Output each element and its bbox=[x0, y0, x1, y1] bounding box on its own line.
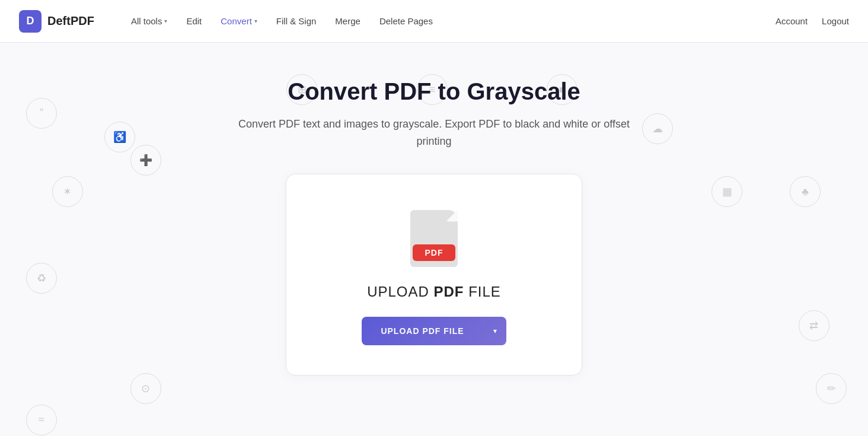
main-content: ” ♿ ⊞ ≡ ■ ☁ ✶ ➕ ▦ ♣ ♻ ⊙ ≈ ⇄ ✏ Convert PD… bbox=[0, 43, 868, 436]
bg-icon-puzzle: ✶ bbox=[52, 176, 83, 207]
upload-btn-main[interactable]: UPLOAD PDF FILE bbox=[362, 317, 483, 345]
bg-icon-person2: ▦ bbox=[711, 176, 742, 207]
page-description: Convert PDF text and images to grayscale… bbox=[232, 116, 636, 150]
hero-section: Convert PDF to Grayscale Convert PDF tex… bbox=[232, 78, 636, 174]
upload-button[interactable]: UPLOAD PDF FILE ▾ bbox=[362, 317, 506, 345]
logo-letter: D bbox=[27, 15, 34, 27]
logo-wrap[interactable]: D DeftPDF bbox=[19, 10, 94, 33]
upload-btn-dropdown[interactable]: ▾ bbox=[484, 317, 506, 345]
nav-links: All tools ▾ Edit Convert ▾ Fill & Sign M… bbox=[123, 11, 776, 31]
logout-link[interactable]: Logout bbox=[822, 16, 849, 26]
bg-icon-quote: ” bbox=[26, 98, 57, 129]
nav-all-tools[interactable]: All tools ▾ bbox=[123, 11, 176, 31]
bg-icon-transfer: ⇄ bbox=[799, 310, 829, 341]
navbar: D DeftPDF All tools ▾ Edit Convert ▾ Fil… bbox=[0, 0, 868, 43]
bg-icon-cloud: ☁ bbox=[642, 113, 673, 144]
bg-icon-add2: ⊙ bbox=[130, 373, 161, 404]
bg-icon-wave: ≈ bbox=[26, 405, 57, 435]
upload-card: PDF UPLOAD PDF FILE UPLOAD PDF FILE ▾ bbox=[286, 174, 582, 375]
logo-text: DeftPDF bbox=[47, 14, 94, 28]
pdf-icon-wrap: PDF bbox=[410, 210, 458, 267]
bg-icon-person: ♿ bbox=[104, 122, 135, 152]
upload-label: UPLOAD PDF FILE bbox=[367, 284, 501, 300]
bg-icon-pen: ✏ bbox=[816, 373, 847, 404]
nav-edit[interactable]: Edit bbox=[178, 11, 210, 31]
nav-delete-pages[interactable]: Delete Pages bbox=[371, 11, 441, 31]
chevron-down-icon-convert: ▾ bbox=[254, 18, 257, 24]
bg-icon-run: ♻ bbox=[26, 263, 57, 294]
nav-right: Account Logout bbox=[776, 16, 849, 26]
nav-fill-sign[interactable]: Fill & Sign bbox=[268, 11, 325, 31]
chevron-down-icon-upload: ▾ bbox=[493, 327, 497, 335]
account-link[interactable]: Account bbox=[776, 16, 808, 26]
bg-icon-add: ➕ bbox=[130, 145, 161, 176]
chevron-down-icon: ▾ bbox=[164, 18, 167, 24]
page-title: Convert PDF to Grayscale bbox=[232, 78, 636, 105]
nav-convert[interactable]: Convert ▾ bbox=[212, 11, 266, 31]
nav-merge[interactable]: Merge bbox=[327, 11, 369, 31]
pdf-file-shape: PDF bbox=[410, 210, 458, 267]
pdf-badge: PDF bbox=[413, 244, 455, 261]
logo-box: D bbox=[19, 10, 42, 33]
bg-icon-leaf: ♣ bbox=[790, 176, 821, 207]
